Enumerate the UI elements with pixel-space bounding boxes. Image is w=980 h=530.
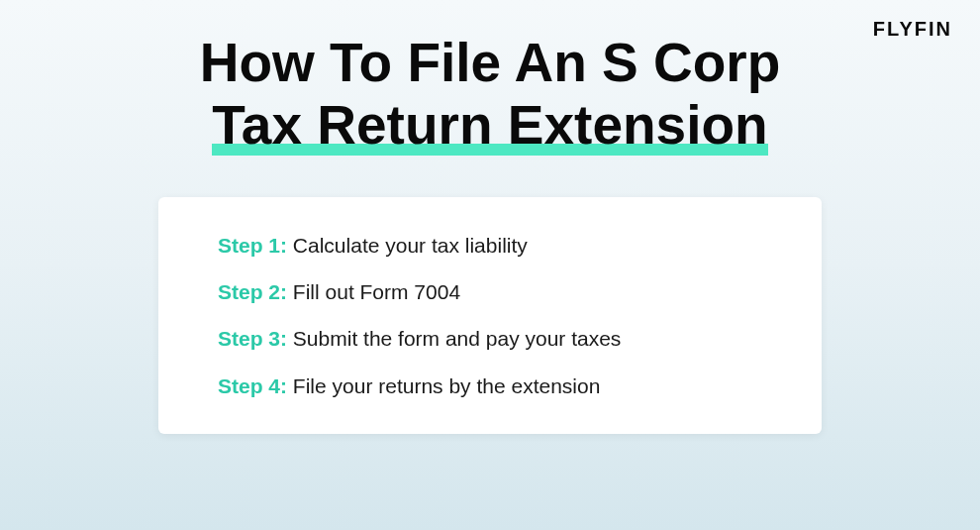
step-text: Fill out Form 7004 <box>293 280 460 303</box>
step-label: Step 1: <box>218 234 287 257</box>
brand-logo: FLYFIN <box>873 18 952 41</box>
step-text: File your returns by the extension <box>293 374 601 397</box>
page-title: How To File An S Corp Tax Return Extensi… <box>200 32 781 158</box>
step-row: Step 2: Fill out Form 7004 <box>218 277 762 306</box>
step-label: Step 2: <box>218 280 287 303</box>
step-text: Submit the form and pay your taxes <box>293 327 622 350</box>
step-row: Step 3: Submit the form and pay your tax… <box>218 324 762 353</box>
step-row: Step 4: File your returns by the extensi… <box>218 371 762 400</box>
step-label: Step 3: <box>218 327 287 350</box>
title-line-2: Tax Return Extension <box>212 94 767 157</box>
step-row: Step 1: Calculate your tax liability <box>218 231 762 260</box>
step-text: Calculate your tax liability <box>293 234 528 257</box>
step-label: Step 4: <box>218 374 287 397</box>
steps-card: Step 1: Calculate your tax liability Ste… <box>158 197 822 435</box>
title-line-1: How To File An S Corp <box>200 32 781 93</box>
main-content: How To File An S Corp Tax Return Extensi… <box>0 0 980 434</box>
